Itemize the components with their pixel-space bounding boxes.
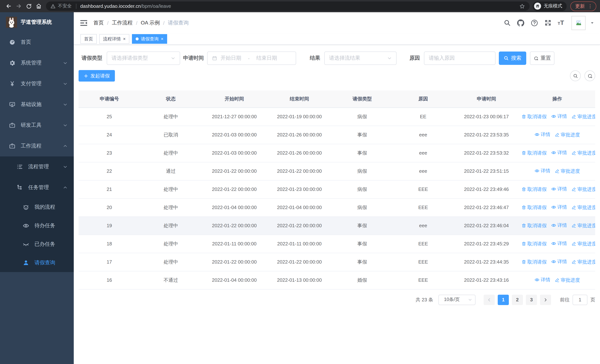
update-button[interactable]: 更新 ⋮ xyxy=(570,1,596,11)
search-button[interactable]: 搜索 xyxy=(499,52,526,65)
action-detail-link[interactable]: 详情 xyxy=(551,240,567,247)
action-progress-link[interactable]: 审批进度 xyxy=(572,240,595,247)
page-button-2[interactable]: 2 xyxy=(512,295,523,305)
sidebar-logo-row[interactable]: 芋道管理系统 xyxy=(0,12,74,32)
next-page-button[interactable] xyxy=(540,295,551,305)
table-row[interactable]: 16 不通过 2022-01-04 00:00:00 2022-01-13 00… xyxy=(79,271,595,289)
sidebar-item-system[interactable]: 系统管理 xyxy=(0,53,74,73)
sidebar-item-infra[interactable]: 基础设施 xyxy=(0,94,74,115)
table-row[interactable]: 23 处理中 2022-01-03 00:00:00 2022-01-26 00… xyxy=(79,144,595,162)
sidebar-item-devtools[interactable]: 研发工具 xyxy=(0,115,74,136)
page-size-select[interactable]: 10条/页 xyxy=(438,295,476,305)
tag-process-detail[interactable]: 流程详情 × xyxy=(99,34,129,44)
cell-leave-type: 病假 xyxy=(332,107,393,126)
reset-button[interactable]: 重置 xyxy=(530,52,554,65)
sidebar-item-workflow[interactable]: 工作流程 xyxy=(0,136,74,156)
close-icon[interactable]: × xyxy=(161,37,163,41)
table-row[interactable]: 21 处理中 2022-01-22 00:00:00 2022-01-23 00… xyxy=(79,180,595,198)
reason-label: 原因 xyxy=(410,55,420,62)
reload-icon[interactable] xyxy=(24,1,34,11)
action-detail-link[interactable]: 详情 xyxy=(534,131,550,138)
action-progress-link[interactable]: 审批进度 xyxy=(572,149,595,156)
breadcrumb-oa-example[interactable]: OA 示例 xyxy=(141,19,160,26)
action-progress-link[interactable]: 审批进度 xyxy=(555,131,580,138)
prev-page-button[interactable] xyxy=(484,295,495,305)
action-cancel-link[interactable]: 取消请假 xyxy=(521,240,547,247)
action-cancel-link[interactable]: 取消请假 xyxy=(521,259,547,265)
action-cancel-link[interactable]: 取消请假 xyxy=(521,113,547,120)
sidebar-item-leave-query[interactable]: 请假查询 xyxy=(0,253,74,272)
action-progress-link[interactable]: 审批进度 xyxy=(572,186,595,193)
back-icon[interactable] xyxy=(4,1,14,11)
action-progress-link[interactable]: 审批进度 xyxy=(572,113,595,120)
table-row[interactable]: 17 处理中 2022-01-22 00:00:00 2022-01-22 00… xyxy=(79,253,595,271)
action-cancel-link[interactable]: 取消请假 xyxy=(521,222,547,229)
toggle-search-button[interactable] xyxy=(570,70,581,81)
action-progress-link[interactable]: 审批进度 xyxy=(572,204,595,211)
action-detail-link[interactable]: 详情 xyxy=(551,186,567,192)
table-row[interactable]: 25 处理中 2021-12-27 00:00:00 2022-01-19 00… xyxy=(79,107,595,126)
cell-actions: 取消请假详情审批进度 xyxy=(519,216,595,235)
page-button-3[interactable]: 3 xyxy=(526,295,537,305)
reason-input[interactable]: 请输入原因 xyxy=(424,52,496,65)
address-bar[interactable]: 不安全 dashboard.yudao.iocoder.cn/bpm/oa/le… xyxy=(46,1,530,11)
action-detail-link[interactable]: 详情 xyxy=(534,277,550,283)
tag-home[interactable]: 首页 xyxy=(80,34,97,44)
cell-reason: EEE xyxy=(393,253,454,271)
github-icon[interactable] xyxy=(517,19,525,27)
sidebar-item-home[interactable]: 首页 xyxy=(0,32,74,53)
search-icon[interactable] xyxy=(504,19,511,26)
sidebar-item-payment[interactable]: 支付管理 xyxy=(0,73,74,94)
action-cancel-link[interactable]: 取消请假 xyxy=(521,204,547,211)
action-progress-link[interactable]: 审批进度 xyxy=(555,277,580,283)
sidebar-item-todo-tasks[interactable]: 待办任务 xyxy=(0,216,74,235)
action-detail-link[interactable]: 详情 xyxy=(551,204,567,211)
action-detail-link[interactable]: 详情 xyxy=(551,149,567,156)
sidebar-item-my-process[interactable]: 我的流程 xyxy=(0,198,74,216)
cell-reason: eee xyxy=(393,162,454,180)
browser-menu-icon[interactable]: ⋮ xyxy=(588,4,593,9)
home-icon[interactable] xyxy=(34,1,44,11)
fullscreen-icon[interactable] xyxy=(544,19,552,26)
action-cancel-link[interactable]: 取消请假 xyxy=(521,186,547,193)
page-button-1[interactable]: 1 xyxy=(498,295,509,305)
tag-leave-query[interactable]: 请假查询 × xyxy=(132,34,167,44)
font-size-icon[interactable]: TT xyxy=(558,19,564,27)
action-detail-link[interactable]: 详情 xyxy=(551,258,567,265)
result-select[interactable]: 请选择流结果 xyxy=(324,52,396,65)
help-icon[interactable] xyxy=(531,19,538,27)
sidebar-collapse-icon[interactable] xyxy=(80,19,88,27)
action-detail-link[interactable]: 详情 xyxy=(551,113,567,120)
table-row[interactable]: 22 通过 2022-01-22 00:00:00 2022-01-22 00:… xyxy=(79,162,595,180)
trash-icon xyxy=(521,241,526,246)
leave-type-select[interactable]: 请选择请假类型 xyxy=(107,52,180,65)
table-row[interactable]: 24 已取消 2022-01-03 00:00:00 2022-01-26 00… xyxy=(79,126,595,144)
action-detail-link[interactable]: 详情 xyxy=(551,222,567,229)
table-row[interactable]: 19 处理中 2022-01-22 00:00:00 2022-01-22 00… xyxy=(79,216,595,235)
sidebar-item-done-tasks[interactable]: 已办任务 xyxy=(0,235,74,253)
sidebar-item-process-mgmt[interactable]: 流程管理 xyxy=(0,156,74,177)
action-cancel-link[interactable]: 取消请假 xyxy=(521,149,547,156)
pen-icon xyxy=(572,205,576,210)
goto-page-input[interactable]: 1 xyxy=(572,295,587,305)
action-progress-link[interactable]: 审批进度 xyxy=(572,259,595,265)
breadcrumb-workflow[interactable]: 工作流程 xyxy=(112,19,133,26)
user-menu-caret-icon[interactable] xyxy=(590,21,594,25)
action-progress-link[interactable]: 审批进度 xyxy=(555,168,580,174)
action-detail-link[interactable]: 详情 xyxy=(534,168,550,174)
refresh-table-button[interactable] xyxy=(584,70,595,81)
cell-end-time: 2022-01-22 00:00:00 xyxy=(267,162,332,180)
action-progress-link[interactable]: 审批进度 xyxy=(572,222,595,229)
apply-time-range-picker[interactable]: 开始日期 - 结束日期 xyxy=(207,52,296,65)
table-row[interactable]: 18 处理中 2022-01-11 00:00:00 2022-01-11 00… xyxy=(79,235,595,253)
breadcrumb-home[interactable]: 首页 xyxy=(94,19,104,26)
security-warning[interactable]: 不安全 xyxy=(50,3,72,9)
cell-start-time: 2022-01-03 00:00:00 xyxy=(202,126,267,144)
create-leave-button[interactable]: 发起请假 xyxy=(79,70,115,82)
table-row[interactable]: 20 处理中 2022-01-04 00:00:00 2022-01-04 00… xyxy=(79,198,595,216)
bookmark-star-icon[interactable] xyxy=(519,3,525,9)
avatar[interactable] xyxy=(572,16,586,30)
close-icon[interactable]: × xyxy=(123,37,126,41)
sidebar-item-task-mgmt[interactable]: 任务管理 xyxy=(0,177,74,198)
forward-icon[interactable] xyxy=(14,1,24,11)
